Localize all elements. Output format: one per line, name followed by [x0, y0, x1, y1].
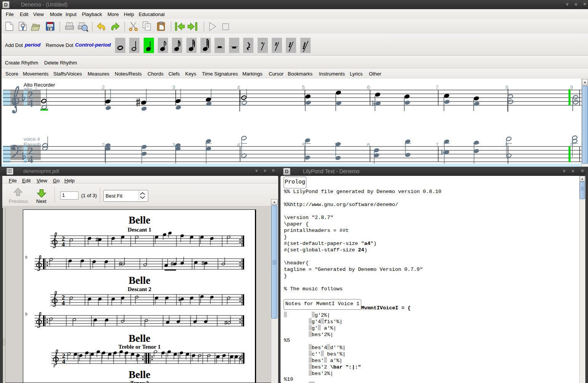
svg-text:9: 9: [570, 84, 573, 90]
svg-text:3: 3: [172, 142, 175, 148]
svg-text:Treble or Tenor 1: Treble or Tenor 1: [119, 344, 161, 350]
svg-text:4: 4: [237, 142, 240, 148]
svg-text:Belle: Belle: [129, 369, 151, 380]
svg-text:Belle: Belle: [129, 275, 151, 286]
svg-text:9: 9: [25, 312, 27, 316]
svg-text:5: 5: [302, 142, 305, 148]
svg-text:6: 6: [367, 142, 370, 148]
svg-text:Descant 2: Descant 2: [128, 286, 151, 292]
svg-text:7: 7: [436, 142, 439, 148]
svg-text:2: 2: [102, 84, 105, 90]
svg-text:5: 5: [302, 84, 305, 90]
svg-text:Tenor 2: Tenor 2: [130, 380, 149, 383]
svg-text:6: 6: [367, 84, 370, 90]
svg-text:8: 8: [505, 84, 508, 90]
svg-text:4: 4: [62, 241, 65, 248]
svg-text:4: 4: [237, 84, 240, 90]
svg-text:8: 8: [53, 364, 55, 368]
svg-text:3: 3: [172, 84, 175, 90]
svg-text:Belle: Belle: [129, 214, 151, 226]
svg-text:Belle: Belle: [129, 333, 151, 344]
svg-text:4: 4: [62, 358, 65, 365]
svg-text:7: 7: [436, 84, 439, 90]
svg-text:Descant 1: Descant 1: [128, 227, 151, 233]
svg-text:9: 9: [25, 255, 27, 259]
svg-text:8: 8: [505, 142, 508, 148]
svg-text:4: 4: [28, 97, 33, 109]
svg-text:4: 4: [62, 300, 65, 306]
svg-text:voice 4: voice 4: [24, 136, 40, 142]
svg-text:2: 2: [102, 142, 105, 148]
